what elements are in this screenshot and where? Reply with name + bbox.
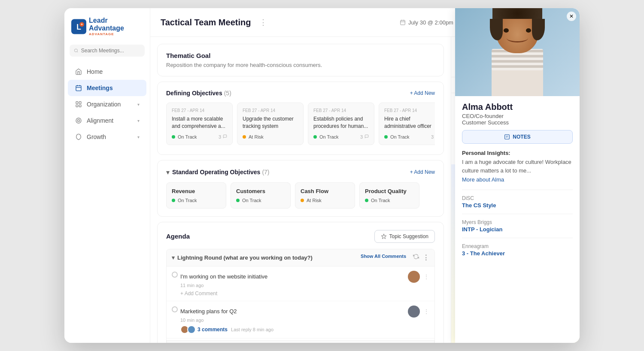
std-obj-cashflow[interactable]: Cash Flow At Risk — [295, 182, 355, 209]
calendar-meta-icon — [400, 19, 406, 25]
def-obj-title: Defining Objectives — [166, 90, 222, 97]
insights-section: Personal Insights: I am a huge advocate … — [455, 146, 580, 186]
std-obj-header: ▾ Standard Operating Objectives (7) + Ad… — [166, 168, 435, 176]
status-text-0: On Track — [178, 134, 197, 139]
show-all-comments[interactable]: Show All Comments — [361, 254, 406, 262]
search-icon — [74, 48, 79, 53]
std-obj-customers[interactable]: Customers On Track — [231, 182, 291, 209]
profile-title: CEO/Co-founder — [462, 113, 573, 119]
agenda-item-menu-0[interactable]: ⋮ — [423, 273, 429, 280]
more-about-link[interactable]: More about Alma — [462, 176, 573, 183]
std-objectives-card: ▾ Standard Operating Objectives (7) + Ad… — [157, 160, 444, 217]
def-obj-add-btn[interactable]: + Add New — [410, 90, 435, 96]
notes-label: NOTES — [513, 134, 530, 140]
divider-1 — [462, 190, 573, 190]
objective-card-1[interactable]: FEB 27 - APR 14 Upgrade the customer tra… — [237, 103, 304, 145]
agenda-radio-1[interactable] — [172, 306, 178, 312]
comment-last-1: Last reply 8 min ago — [231, 327, 273, 332]
sidebar-item-alignment[interactable]: Alignment ▾ — [68, 112, 146, 129]
search-box[interactable] — [70, 45, 145, 57]
sidebar-item-home[interactable]: Home — [68, 64, 146, 80]
std-obj-revenue[interactable]: Revenue On Track — [166, 182, 226, 209]
lightning-collapse-icon[interactable]: ▾ — [172, 254, 175, 261]
agenda-radio-0[interactable] — [172, 272, 178, 278]
topic-suggestion-button[interactable]: Topic Suggestion — [374, 230, 435, 243]
sidebar-item-growth[interactable]: Growth ▾ — [68, 129, 146, 145]
agenda-item-menu-1[interactable]: ⋮ — [423, 308, 429, 315]
refresh-icon[interactable] — [413, 254, 419, 260]
meeting-date-text: July 30 @ 2:00pm — [408, 19, 453, 26]
objective-card-3[interactable]: FEB 27 - APR 14 Hire a chief administrat… — [379, 103, 435, 145]
std-obj-product-name: Product Quality — [365, 188, 414, 194]
agenda-item-time-0: 11 min ago — [180, 283, 429, 288]
sidebar: L + Leadr Advantage ADVANTAGE Home Meet — [64, 8, 150, 343]
myers-briggs-value[interactable]: INTP - Logician — [462, 226, 573, 233]
thematic-goal-card: Thematic Goal Reposition the company for… — [157, 44, 444, 76]
notes-button[interactable]: NOTES — [462, 130, 573, 144]
objective-card-2[interactable]: FEB 27 - APR 14 Establish policies and p… — [308, 103, 374, 145]
comment-count-1[interactable]: 3 comments — [197, 327, 228, 333]
profile-panel: ✕ Alma Abbott CEO/Co-founder Customer Su… — [455, 8, 580, 343]
std-obj-customers-status: On Track — [236, 198, 285, 203]
search-input[interactable] — [81, 48, 140, 54]
agenda-header: Agenda Topic Suggestion — [166, 230, 435, 243]
meeting-menu-button[interactable]: ⋮ — [256, 16, 270, 29]
profile-department: Customer Success — [462, 119, 573, 126]
std-obj-collapse-icon[interactable]: ▾ — [166, 168, 170, 176]
add-comment-0[interactable]: + Add Comment — [180, 290, 429, 297]
svg-rect-5 — [76, 86, 81, 91]
objective-card-0[interactable]: FEB 27 - APR 14 Install a more scalable … — [166, 103, 233, 145]
profile-photo: ✕ — [455, 8, 580, 96]
sidebar-item-meetings[interactable]: Meetings — [68, 80, 146, 96]
sidebar-item-organization[interactable]: Organization ▾ — [68, 96, 146, 112]
std-obj-add-btn[interactable]: + Add New — [410, 169, 435, 175]
person-image — [483, 10, 552, 96]
enneagram-value[interactable]: 3 - The Achiever — [462, 250, 573, 257]
disc-value[interactable]: The CS Style — [462, 202, 573, 209]
cashflow-status-text: At Risk — [307, 198, 322, 203]
status-dot-0 — [172, 135, 175, 139]
sidebar-item-growth-label: Growth — [87, 133, 106, 140]
cashflow-status-dot — [301, 199, 304, 202]
profile-close-button[interactable]: ✕ — [567, 12, 576, 21]
std-obj-product[interactable]: Product Quality On Track — [359, 182, 419, 209]
customers-status-text: On Track — [242, 198, 261, 203]
svg-rect-21 — [505, 135, 510, 139]
svg-point-15 — [78, 120, 79, 121]
divider-3 — [462, 238, 573, 238]
obj-actions-3: 3 — [431, 134, 435, 139]
svg-text:+: + — [81, 22, 83, 27]
lightning-menu-icon[interactable]: ⋮ — [422, 254, 429, 262]
svg-rect-11 — [79, 105, 81, 107]
thematic-goal-title: Thematic Goal — [166, 52, 435, 59]
growth-chevron-icon: ▾ — [137, 135, 140, 139]
comment-icon-0 — [223, 134, 227, 139]
obj-footer-1: At Risk — [243, 134, 298, 139]
insights-text: I am a huge advocate for culture! Workpl… — [462, 158, 573, 175]
home-icon — [75, 68, 82, 76]
std-obj-cashflow-name: Cash Flow — [301, 188, 349, 194]
agenda-item-1: Marketing plans for Q2 ⋮ 10 min ago — [167, 301, 434, 339]
obj-title-0: Install a more scalable and comprehensiv… — [172, 115, 227, 130]
std-obj-revenue-name: Revenue — [172, 188, 221, 194]
myers-briggs-section: Myers Briggs INTP - Logician — [455, 216, 580, 236]
obj-title-1: Upgrade the customer tracking system — [243, 115, 298, 130]
myers-briggs-label: Myers Briggs — [462, 219, 573, 225]
logo-text: Leadr Advantage — [89, 17, 143, 32]
def-obj-header: Defining Objectives (5) + Add New — [166, 90, 435, 97]
std-obj-revenue-status: On Track — [172, 198, 221, 203]
obj-title-2: Establish policies and procedures for hu… — [313, 115, 369, 130]
alignment-chevron-icon: ▾ — [137, 118, 140, 123]
leaf-icon — [75, 133, 82, 141]
grid-icon — [75, 100, 82, 108]
agenda-title: Agenda — [166, 233, 190, 240]
svg-rect-12 — [76, 105, 78, 107]
sparkle-icon — [381, 233, 387, 239]
revenue-status-dot — [172, 199, 175, 202]
profile-info: Alma Abbott CEO/Co-founder Customer Succ… — [455, 96, 580, 146]
logo-area: L + Leadr Advantage ADVANTAGE — [64, 17, 150, 45]
agenda-item-title-0: I'm working on the website initiative — [180, 273, 404, 280]
agenda-item-time-1: 10 min ago — [180, 318, 429, 323]
svg-rect-16 — [401, 20, 405, 25]
obj-count-2: 3 — [360, 134, 363, 139]
